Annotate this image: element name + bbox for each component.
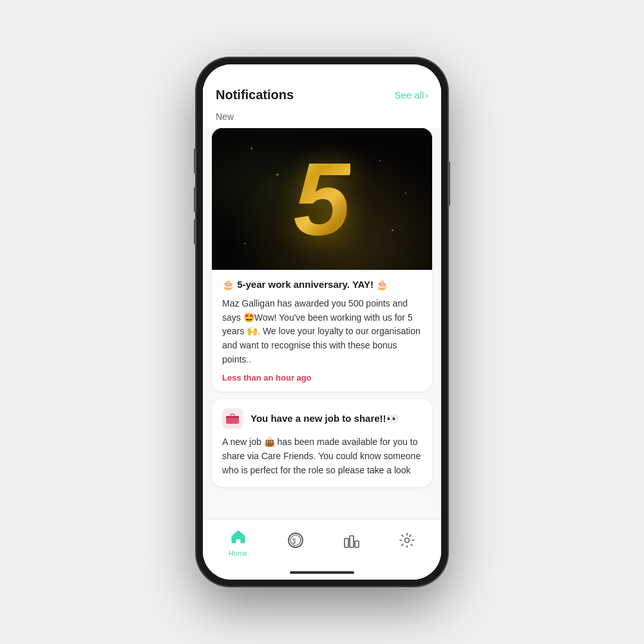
sparkle-dot <box>379 160 381 162</box>
nav-item-leaderboard[interactable] <box>336 528 368 557</box>
home-icon <box>230 528 247 547</box>
app-content: Notifications See all › New <box>203 82 441 580</box>
job-card-body: You have a new job to share!!👀 A new job… <box>212 399 432 486</box>
home-nav-label: Home <box>229 549 247 557</box>
job-card-text: A new job 👜 has been made available for … <box>222 435 422 477</box>
phone-device: Notifications See all › New <box>196 58 448 586</box>
anniversary-number: 5 <box>294 147 351 251</box>
rewards-icon: $ <box>287 531 305 552</box>
app-header: Notifications See all › <box>203 82 441 109</box>
notifications-list[interactable]: 5 🎂 5-year work anniversary. YAY! 🎂 Maz … <box>203 128 441 519</box>
nav-item-settings[interactable] <box>391 528 423 557</box>
anniversary-timestamp: Less than an hour ago <box>222 373 422 383</box>
svg-rect-1 <box>226 416 239 419</box>
bottom-nav: Home $ <box>203 519 441 565</box>
svg-rect-8 <box>355 541 359 547</box>
status-bar <box>203 64 441 82</box>
page-title: Notifications <box>216 88 294 102</box>
job-icon <box>222 408 243 429</box>
anniversary-card-text: Maz Galligan has awarded you 500 points … <box>222 297 422 366</box>
nav-item-rewards[interactable]: $ <box>279 527 312 558</box>
settings-icon <box>399 532 415 551</box>
sparkle-dot <box>276 173 279 176</box>
svg-text:$: $ <box>292 538 296 545</box>
see-all-link[interactable]: See all › <box>394 90 428 100</box>
svg-rect-6 <box>345 538 348 547</box>
sparkle-dot <box>244 243 245 244</box>
sparkle-dot <box>251 147 252 149</box>
home-indicator <box>203 565 441 580</box>
phone-screen: Notifications See all › New <box>203 64 441 580</box>
home-bar <box>290 571 354 574</box>
anniversary-card-body: 🎂 5-year work anniversary. YAY! 🎂 Maz Ga… <box>212 270 432 392</box>
sparkle-dot <box>405 193 406 194</box>
anniversary-image: 5 <box>212 128 432 270</box>
job-card-title: You have a new job to share!!👀 <box>222 408 422 429</box>
anniversary-notification-card[interactable]: 5 🎂 5-year work anniversary. YAY! 🎂 Maz … <box>212 128 432 392</box>
sparkle-dot <box>392 229 393 231</box>
see-all-label: See all <box>394 90 424 100</box>
anniversary-card-title: 🎂 5-year work anniversary. YAY! 🎂 <box>222 279 422 290</box>
leaderboard-icon <box>343 532 360 551</box>
svg-rect-7 <box>350 536 354 547</box>
job-card-title-text: You have a new job to share!!👀 <box>251 413 399 424</box>
nav-item-home[interactable]: Home <box>221 524 255 561</box>
see-all-chevron-icon: › <box>425 90 428 100</box>
new-section-label: New <box>203 109 441 128</box>
svg-point-9 <box>404 538 409 543</box>
job-notification-card[interactable]: You have a new job to share!!👀 A new job… <box>212 399 432 486</box>
